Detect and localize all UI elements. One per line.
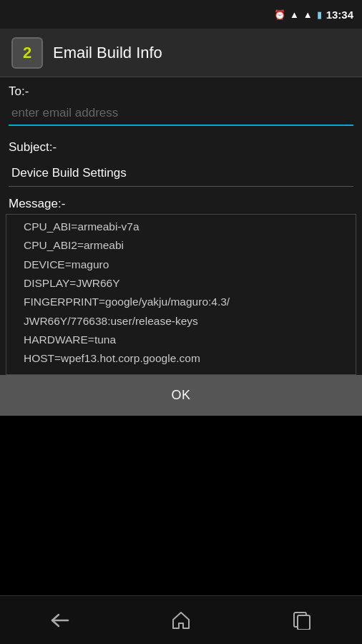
message-line-2: CPU_ABI2=armeabi bbox=[24, 236, 347, 255]
back-button[interactable] bbox=[39, 605, 82, 636]
status-time: 13:34 bbox=[326, 9, 353, 21]
signal-icon: ▲ bbox=[303, 9, 313, 20]
to-label: To:- bbox=[0, 77, 362, 102]
app-icon-label: 2 bbox=[23, 44, 31, 62]
message-content: CPU_ABI=armeabi-v7a CPU_ABI2=armeabi DEV… bbox=[6, 214, 356, 375]
subject-value: Device Build Settings bbox=[9, 160, 353, 187]
to-input[interactable] bbox=[9, 102, 353, 126]
status-bar: ⏰ ▲ ▲ ▮ 13:34 bbox=[0, 0, 362, 29]
svg-rect-3 bbox=[298, 615, 310, 630]
home-icon bbox=[172, 611, 190, 630]
battery-icon: ▮ bbox=[317, 9, 322, 20]
ok-button-container: OK bbox=[0, 375, 362, 416]
nav-bar bbox=[0, 595, 362, 644]
message-line-4: DISPLAY=JWR66Y bbox=[24, 274, 347, 293]
recents-icon bbox=[293, 611, 311, 630]
recents-button[interactable] bbox=[280, 605, 323, 636]
email-dialog: To:- Subject:- Device Build Settings Mes… bbox=[0, 77, 362, 416]
wifi-icon: ▲ bbox=[290, 9, 299, 20]
message-line-3: DEVICE=maguro bbox=[24, 255, 347, 274]
status-icons: ⏰ ▲ ▲ ▮ 13:34 bbox=[274, 9, 353, 21]
svg-marker-1 bbox=[173, 613, 189, 628]
home-button[interactable] bbox=[160, 605, 202, 636]
back-icon bbox=[50, 613, 70, 628]
message-line-7: HARDWARE=tuna bbox=[24, 331, 347, 349]
subject-label: Subject:- bbox=[0, 133, 362, 157]
app-header: 2 Email Build Info bbox=[0, 29, 362, 77]
message-label: Message:- bbox=[0, 191, 362, 214]
message-line-6: JWR66Y/776638:user/release-keys bbox=[24, 312, 347, 331]
ok-button[interactable]: OK bbox=[0, 375, 362, 416]
app-title: Email Build Info bbox=[53, 44, 162, 62]
message-line-8: HOST=wpef13.hot.corp.google.com bbox=[24, 349, 347, 368]
app-icon: 2 bbox=[11, 37, 43, 69]
message-line-5: FINGERPRINT=google/yakju/maguro:4.3/ bbox=[24, 293, 347, 311]
message-line-1: CPU_ABI=armeabi-v7a bbox=[24, 218, 347, 236]
alarm-icon: ⏰ bbox=[274, 9, 285, 20]
